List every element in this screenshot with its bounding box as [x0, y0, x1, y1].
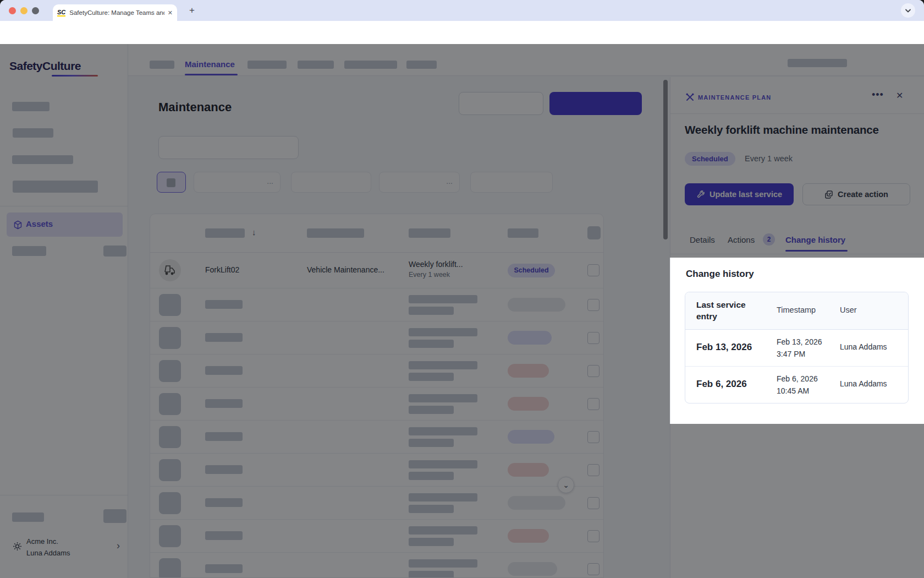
sort-desc-icon[interactable]: ↓ — [252, 227, 256, 237]
plan-skeleton — [409, 559, 477, 568]
tab-title: SafetyCulture: Manage Teams and... — [69, 9, 164, 16]
name-skeleton — [205, 366, 243, 375]
plan-skeleton — [409, 439, 454, 447]
sidebar-nav-skeleton[interactable] — [12, 102, 50, 111]
table-row-skeleton[interactable] — [150, 553, 603, 578]
filter-chip-selected[interactable] — [157, 172, 186, 193]
sidebar-item-assets[interactable] — [7, 212, 123, 237]
row-checkbox[interactable] — [587, 464, 600, 476]
table-row-skeleton[interactable] — [150, 355, 603, 388]
header-checkbox-skeleton[interactable] — [587, 226, 601, 239]
sidebar-nav-skeleton[interactable] — [13, 128, 53, 138]
sidebar-item-assets-label[interactable]: Assets — [26, 219, 53, 228]
filter-chip[interactable]: ... — [194, 172, 280, 193]
create-action-button[interactable]: Create action — [802, 183, 910, 205]
top-nav-tab-skeleton[interactable] — [406, 61, 437, 69]
table-row-skeleton[interactable] — [150, 421, 603, 454]
row-checkbox[interactable] — [587, 563, 600, 575]
row-checkbox[interactable] — [587, 398, 600, 410]
table-row-skeleton[interactable] — [150, 288, 603, 321]
create-action-icon — [824, 190, 833, 199]
column-header-skeleton[interactable] — [307, 228, 364, 238]
table-row-forklift02[interactable]: ForkLift02 Vehicle Maintenance... Weekly… — [150, 253, 603, 288]
tab-close-icon[interactable]: ✕ — [168, 9, 173, 17]
window-zoom-button[interactable] — [32, 7, 39, 14]
update-last-service-button[interactable]: Update last service — [685, 183, 794, 205]
new-tab-button[interactable]: + — [185, 3, 199, 18]
page-scrollbar[interactable] — [663, 80, 668, 239]
status-pill-skeleton — [508, 529, 549, 543]
top-nav-tab-skeleton[interactable] — [298, 61, 334, 69]
primary-action-button[interactable] — [549, 92, 642, 115]
table-row-skeleton[interactable] — [150, 321, 603, 355]
sidebar: SafetyCulture Assets Acme Inc. Luna Adda… — [0, 44, 128, 578]
scroll-down-button[interactable]: ⌄ — [558, 477, 574, 493]
plan-skeleton — [409, 460, 477, 468]
plan-skeleton — [409, 373, 454, 381]
window-minimize-button[interactable] — [20, 7, 28, 14]
plan-skeleton — [409, 505, 454, 513]
tab-search-button[interactable] — [901, 3, 915, 18]
maintenance-plan-drawer: MAINTENANCE PLAN ••• ✕ Weekly forklift m… — [670, 77, 924, 578]
asset-name[interactable]: ForkLift02 — [205, 265, 239, 274]
filter-chip[interactable]: ... — [379, 172, 460, 193]
sidebar-nav-skeleton[interactable] — [12, 512, 44, 522]
entry-timestamp: Feb 13, 2026 3:47 PM — [777, 336, 822, 360]
tab-actions[interactable]: Actions — [728, 235, 755, 244]
name-skeleton — [205, 531, 243, 540]
row-checkbox[interactable] — [587, 264, 600, 276]
column-header-skeleton[interactable] — [409, 228, 450, 238]
drawer-close-icon[interactable]: ✕ — [896, 90, 903, 101]
plan-skeleton — [409, 493, 477, 501]
status-pill-skeleton — [508, 364, 549, 378]
row-checkbox[interactable] — [587, 332, 600, 344]
sidebar-nav-skeleton[interactable] — [13, 181, 98, 193]
search-input[interactable] — [158, 136, 299, 159]
row-checkbox[interactable] — [587, 530, 600, 542]
sidebar-nav-skeleton[interactable] — [12, 155, 73, 164]
table-row-skeleton[interactable] — [150, 520, 603, 553]
window-close-button[interactable] — [9, 7, 16, 14]
table-row-skeleton[interactable] — [150, 487, 603, 520]
thumbnail-skeleton — [159, 393, 181, 415]
browser-tab-strip: SC SafetyCulture: Manage Teams and... ✕ … — [0, 0, 924, 21]
col-user: User — [840, 306, 857, 314]
tab-maintenance[interactable]: Maintenance — [185, 59, 235, 69]
tab-change-history[interactable]: Change history — [785, 235, 845, 244]
sidebar-nav-skeleton[interactable] — [12, 246, 46, 256]
column-header-skeleton[interactable] — [205, 228, 245, 238]
top-nav-tab-skeleton[interactable] — [248, 61, 287, 69]
tab-details[interactable]: Details — [690, 235, 715, 244]
secondary-action-button[interactable] — [459, 92, 543, 115]
timestamp-time: 3:47 PM — [777, 348, 822, 360]
entry-user: Luna Addams — [840, 342, 887, 351]
row-checkbox[interactable] — [587, 431, 600, 443]
name-skeleton — [205, 333, 243, 342]
actions-count-badge: 2 — [763, 233, 775, 246]
column-header-skeleton[interactable] — [508, 228, 538, 238]
row-checkbox[interactable] — [587, 299, 600, 311]
page-content: SafetyCulture Assets Acme Inc. Luna Adda… — [0, 44, 924, 578]
plan-title: Weekly forklift machine maintenance — [685, 123, 911, 137]
sidebar-divider — [0, 495, 128, 495]
top-nav-tab-skeleton[interactable] — [150, 61, 174, 69]
table-row-skeleton[interactable] — [150, 388, 603, 421]
plan-skeleton — [409, 472, 454, 480]
drawer-menu-icon[interactable]: ••• — [872, 89, 884, 101]
tab-maintenance-underline — [185, 74, 238, 75]
row-checkbox[interactable] — [587, 365, 600, 377]
row-checkbox[interactable] — [587, 497, 600, 509]
create-action-label: Create action — [838, 190, 888, 199]
status-pill-skeleton — [508, 463, 549, 477]
filter-chip[interactable] — [470, 172, 553, 193]
entry-date: Feb 6, 2026 — [696, 379, 747, 390]
top-nav-tab-skeleton[interactable] — [344, 61, 397, 69]
chevron-right-icon: › — [117, 540, 120, 552]
entry-user: Luna Addams — [840, 379, 887, 388]
filter-chip[interactable] — [291, 172, 371, 193]
status-badge: Scheduled — [508, 264, 555, 277]
browser-tab[interactable]: SC SafetyCulture: Manage Teams and... ✕ — [53, 4, 177, 21]
safetyculture-logo: SafetyCulture — [9, 59, 81, 73]
table-row-skeleton[interactable] — [150, 454, 603, 487]
status-pill-skeleton — [508, 562, 557, 576]
